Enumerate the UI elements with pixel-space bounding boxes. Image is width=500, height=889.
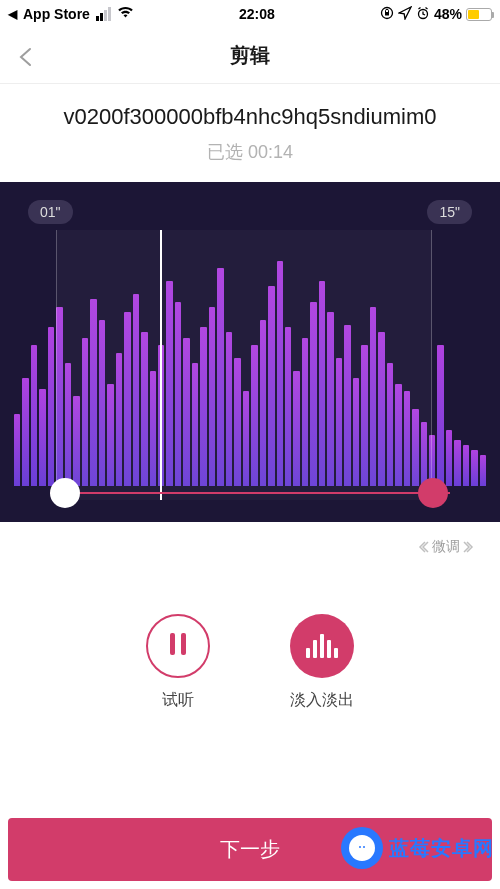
- fade-button[interactable]: 淡入淡出: [290, 614, 354, 711]
- file-info: v0200f300000bfb4nhc9hq5sndiumim0 已选 00:1…: [0, 84, 500, 176]
- status-time: 22:08: [239, 6, 275, 22]
- trim-handle-start[interactable]: [50, 478, 80, 508]
- wifi-icon: [117, 6, 134, 22]
- watermark-logo-icon: [341, 827, 383, 869]
- fine-tune-button[interactable]: 微调: [416, 538, 476, 556]
- alarm-icon: [416, 6, 430, 23]
- preview-label: 试听: [162, 690, 194, 711]
- selected-duration: 已选 00:14: [12, 140, 488, 164]
- preview-button[interactable]: 试听: [146, 614, 210, 711]
- fine-tune-row: 微调: [0, 522, 500, 558]
- lock-rotation-icon: [380, 6, 394, 23]
- back-arrow-icon: [16, 46, 38, 68]
- watermark: 蓝莓安卓网: [341, 827, 494, 869]
- location-icon: [398, 6, 412, 23]
- watermark-text: 蓝莓安卓网: [389, 835, 494, 862]
- fade-label: 淡入淡出: [290, 690, 354, 711]
- battery-icon: [466, 8, 492, 21]
- selection-start-time: 01": [28, 200, 73, 224]
- cellular-signal-icon: [96, 7, 111, 21]
- fine-tune-label: 微调: [432, 538, 460, 556]
- fade-icon: [290, 614, 354, 678]
- chevron-left-icon: [416, 540, 430, 554]
- back-to-app-chevron-icon[interactable]: ◀: [8, 7, 17, 21]
- nav-bar: 剪辑: [0, 28, 500, 84]
- playback-controls: 试听 淡入淡出: [0, 614, 500, 711]
- battery-percent: 48%: [434, 6, 462, 22]
- svg-rect-1: [385, 12, 389, 16]
- footer: 下一步 蓝莓安卓网: [0, 818, 500, 889]
- trim-track: [50, 492, 450, 494]
- chevron-right-icon: [462, 540, 476, 554]
- file-name: v0200f300000bfb4nhc9hq5sndiumim0: [12, 104, 488, 130]
- page-title: 剪辑: [230, 42, 270, 69]
- waveform-area[interactable]: [0, 230, 500, 486]
- waveform-bars: [0, 230, 500, 486]
- pause-icon: [146, 614, 210, 678]
- status-bar: ◀ App Store 22:08 48%: [0, 0, 500, 28]
- selection-end-time: 15": [427, 200, 472, 224]
- back-button[interactable]: [12, 42, 42, 72]
- trim-handle-end[interactable]: [418, 478, 448, 508]
- waveform-editor[interactable]: 01" 15": [0, 182, 500, 522]
- svg-point-3: [359, 846, 361, 848]
- svg-point-4: [363, 846, 365, 848]
- back-to-app-label[interactable]: App Store: [23, 6, 90, 22]
